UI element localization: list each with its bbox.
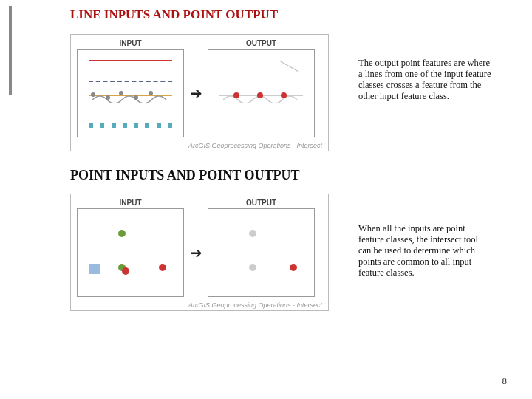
output-panel-2 (208, 208, 315, 297)
arrow-icon: ➔ (184, 84, 208, 102)
arrow-icon-2: ➔ (184, 244, 208, 262)
college-logo: CENTENNIAL COLLEGE (9, 6, 25, 108)
input-panel-1 (77, 49, 184, 137)
label-input: INPUT (77, 39, 184, 47)
input-panel-2 (77, 208, 184, 297)
section2-desc: When all the inputs are point feature cl… (336, 194, 491, 279)
output-panel-1 (208, 49, 315, 137)
figure-line-inputs: INPUT OUTPUT (70, 34, 336, 151)
label-input2: INPUT (77, 199, 184, 207)
label-output: OUTPUT (208, 39, 315, 47)
figure-point-inputs: INPUT OUTPUT ➔ (70, 194, 336, 311)
section1-heading: LINE INPUTS AND POINT OUTPUT (70, 7, 514, 22)
page-number: 8 (502, 375, 508, 387)
figure2-caption: ArcGIS Geoprocessing Operations - Inters… (77, 301, 322, 309)
section1-desc: The output point features are where a li… (336, 34, 491, 102)
section2-heading: POINT INPUTS AND POINT OUTPUT (70, 168, 514, 183)
figure1-caption: ArcGIS Geoprocessing Operations - Inters… (77, 142, 322, 149)
label-output2: OUTPUT (208, 199, 315, 207)
